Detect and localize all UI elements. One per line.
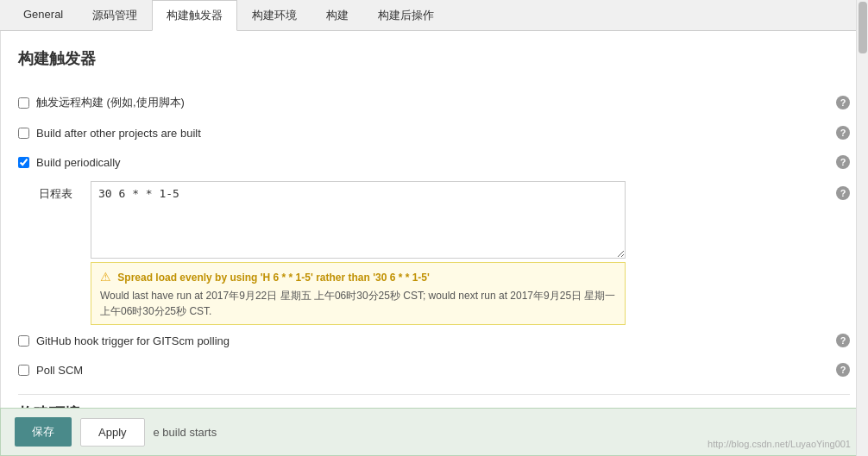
warning-desc: Would last have run at 2017年9月22日 星期五 上午…: [100, 288, 616, 319]
checkbox-github[interactable]: [18, 335, 29, 347]
watermark: http://blog.csdn.net/LuyaoYing001: [708, 439, 851, 449]
help-icon-after-other[interactable]: ?: [836, 126, 850, 140]
save-button[interactable]: 保存: [15, 417, 72, 447]
checkbox-row-after-other: Build after other projects are built ?: [18, 122, 850, 143]
checkbox-row-periodic: Build periodically ?: [18, 152, 850, 172]
warning-icon: ⚠: [100, 270, 111, 284]
checkbox-remote-label[interactable]: 触发远程构建 (例如,使用脚本): [36, 95, 836, 110]
checkbox-periodic[interactable]: [18, 157, 29, 168]
checkbox-poll-scm-label[interactable]: Poll SCM: [36, 364, 836, 377]
help-icon-poll-scm[interactable]: ?: [836, 363, 850, 377]
tab-env[interactable]: 构建环境: [237, 0, 311, 30]
warning-title: Spread load evenly by using 'H 6 * * 1-5…: [117, 272, 430, 284]
tab-general[interactable]: General: [9, 0, 78, 30]
schedule-textarea[interactable]: [91, 181, 626, 259]
apply-button[interactable]: Apply: [80, 418, 145, 447]
checkbox-poll-scm[interactable]: [18, 365, 29, 376]
help-icon-remote[interactable]: ?: [836, 96, 850, 109]
checkbox-row-poll-scm: Poll SCM ?: [18, 359, 850, 380]
checkbox-periodic-label[interactable]: Build periodically: [36, 156, 836, 169]
checkbox-after-other-label[interactable]: Build after other projects are built: [36, 127, 836, 140]
content-area: 构建触发器 触发远程构建 (例如,使用脚本) ? Build after oth…: [0, 31, 868, 456]
section1-title: 构建触发器: [18, 48, 850, 74]
schedule-label: 日程表: [39, 181, 91, 202]
help-icon-schedule[interactable]: ?: [836, 186, 850, 200]
checkbox-remote[interactable]: [18, 97, 29, 109]
checkbox-after-other[interactable]: [18, 128, 29, 139]
action-text: e build starts: [154, 426, 217, 439]
section-separator: [18, 394, 850, 395]
tab-trigger[interactable]: 构建触发器: [152, 0, 237, 31]
schedule-container: 日程表 ⚠ Spread load evenly by using 'H 6 *…: [39, 181, 850, 325]
scrollbar[interactable]: [856, 0, 868, 456]
checkbox-row-remote: 触发远程构建 (例如,使用脚本) ?: [18, 91, 850, 114]
checkbox-row-github: GitHub hook trigger for GITScm polling ?: [18, 330, 850, 351]
help-icon-github[interactable]: ?: [836, 334, 850, 347]
scrollbar-thumb[interactable]: [859, 2, 867, 53]
tab-bar: General 源码管理 构建触发器 构建环境 构建 构建后操作: [0, 0, 868, 31]
help-icon-periodic[interactable]: ?: [836, 155, 850, 169]
tab-build[interactable]: 构建: [311, 0, 363, 30]
tab-source[interactable]: 源码管理: [78, 0, 152, 30]
main-container: General 源码管理 构建触发器 构建环境 构建 构建后操作 构建触发器 触…: [0, 0, 868, 456]
tab-post[interactable]: 构建后操作: [363, 0, 449, 30]
warning-box: ⚠ Spread load evenly by using 'H 6 * * 1…: [91, 262, 626, 325]
checkbox-github-label[interactable]: GitHub hook trigger for GITScm polling: [36, 334, 836, 347]
schedule-input-area: ⚠ Spread load evenly by using 'H 6 * * 1…: [91, 181, 829, 325]
